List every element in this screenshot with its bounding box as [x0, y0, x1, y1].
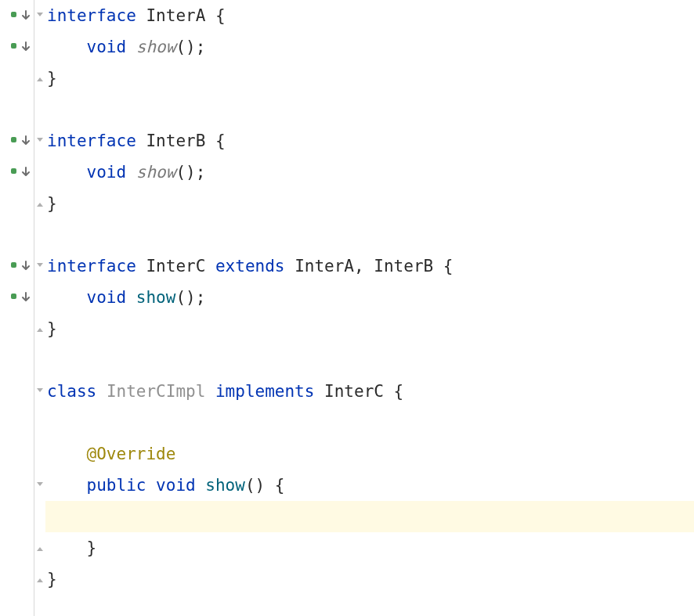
code-line[interactable]: public void show() {	[47, 470, 694, 501]
implemented-icon[interactable]	[10, 168, 20, 177]
fold-toggle[interactable]	[34, 376, 45, 407]
implemented-icon[interactable]	[10, 293, 20, 302]
code-line[interactable]: void show();	[47, 31, 694, 63]
code-line[interactable]	[47, 94, 694, 125]
down-arrow-icon[interactable]	[21, 41, 31, 52]
fold-toggle[interactable]	[34, 0, 45, 31]
code-editor: interface InterA { void show(); } interf…	[0, 0, 694, 616]
fold-toggle[interactable]	[34, 188, 45, 219]
code-line[interactable]	[47, 407, 694, 438]
fold-toggle[interactable]	[34, 63, 45, 94]
code-line[interactable]: }	[47, 313, 694, 344]
fold-toggle[interactable]	[34, 250, 45, 282]
down-arrow-icon[interactable]	[21, 135, 31, 146]
implemented-icon[interactable]	[10, 136, 20, 146]
implemented-icon[interactable]	[10, 261, 20, 271]
code-line[interactable]: void show();	[47, 157, 694, 188]
down-arrow-icon[interactable]	[21, 167, 31, 178]
icon-gutter	[0, 0, 34, 616]
implemented-icon[interactable]	[10, 11, 20, 20]
code-line[interactable]: }	[47, 532, 694, 564]
down-arrow-icon[interactable]	[21, 292, 31, 303]
gutter-row[interactable]	[0, 31, 34, 63]
down-arrow-icon[interactable]	[21, 10, 31, 21]
code-line[interactable]: @Override	[47, 438, 694, 470]
code-line[interactable]	[47, 219, 694, 250]
fold-toggle[interactable]	[34, 532, 45, 564]
code-line[interactable]	[47, 344, 694, 376]
gutter-row[interactable]	[0, 157, 34, 188]
fold-toggle[interactable]	[34, 313, 45, 344]
fold-gutter	[34, 0, 45, 616]
gutter-row[interactable]	[0, 282, 34, 313]
code-line[interactable]	[47, 501, 694, 532]
code-line[interactable]: void show();	[47, 282, 694, 313]
down-arrow-icon[interactable]	[21, 261, 31, 272]
code-line[interactable]: }	[47, 188, 694, 219]
implemented-icon[interactable]	[10, 42, 20, 52]
code-area[interactable]: interface InterA { void show(); } interf…	[45, 0, 694, 616]
fold-toggle[interactable]	[34, 470, 45, 501]
code-line[interactable]: }	[47, 564, 694, 595]
code-line[interactable]: interface InterB {	[47, 125, 694, 157]
gutter-row[interactable]	[0, 250, 34, 282]
code-line[interactable]: interface InterA {	[47, 0, 694, 31]
gutter-row[interactable]	[0, 125, 34, 157]
code-line[interactable]: interface InterC extends InterA, InterB …	[47, 250, 694, 282]
fold-toggle[interactable]	[34, 125, 45, 157]
code-line[interactable]: }	[47, 63, 694, 94]
code-line[interactable]: class InterCImpl implements InterC {	[47, 376, 694, 407]
fold-toggle[interactable]	[34, 564, 45, 595]
gutter-row[interactable]	[0, 0, 34, 31]
